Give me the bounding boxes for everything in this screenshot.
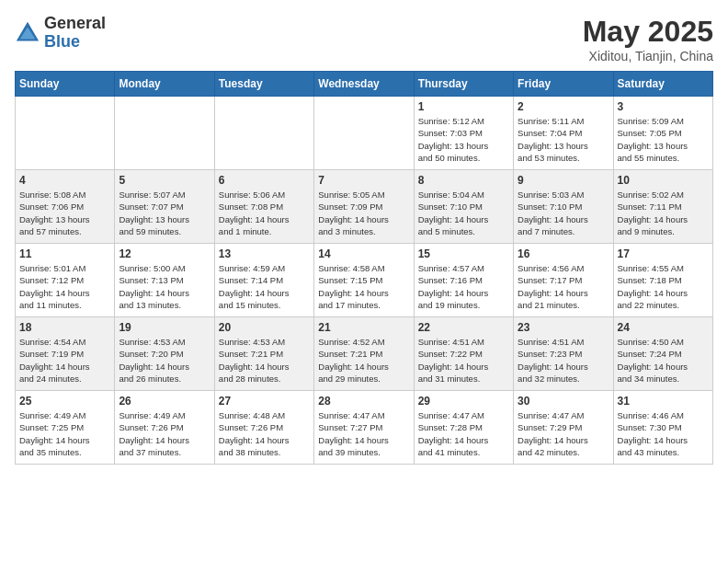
calendar-cell: 12Sunrise: 5:00 AM Sunset: 7:13 PM Dayli… — [115, 244, 214, 317]
calendar-cell: 28Sunrise: 4:47 AM Sunset: 7:27 PM Dayli… — [314, 391, 414, 465]
calendar-cell: 10Sunrise: 5:02 AM Sunset: 7:11 PM Dayli… — [613, 170, 712, 244]
calendar-cell: 29Sunrise: 4:47 AM Sunset: 7:28 PM Dayli… — [414, 391, 513, 465]
weekday-header-saturday: Saturday — [613, 72, 712, 97]
day-number: 26 — [119, 395, 210, 408]
calendar-cell: 3Sunrise: 5:09 AM Sunset: 7:05 PM Daylig… — [613, 97, 712, 170]
calendar-cell: 23Sunrise: 4:51 AM Sunset: 7:23 PM Dayli… — [514, 317, 613, 391]
day-info: Sunrise: 4:49 AM Sunset: 7:25 PM Dayligh… — [19, 409, 110, 458]
calendar-cell: 18Sunrise: 4:54 AM Sunset: 7:19 PM Dayli… — [16, 317, 115, 391]
day-info: Sunrise: 5:01 AM Sunset: 7:12 PM Dayligh… — [19, 262, 110, 311]
weekday-header-thursday: Thursday — [414, 72, 513, 97]
day-info: Sunrise: 4:46 AM Sunset: 7:30 PM Dayligh… — [618, 409, 709, 458]
day-number: 8 — [418, 174, 509, 187]
calendar-cell: 19Sunrise: 4:53 AM Sunset: 7:20 PM Dayli… — [115, 317, 214, 391]
weekday-header-monday: Monday — [115, 72, 214, 97]
day-info: Sunrise: 4:57 AM Sunset: 7:16 PM Dayligh… — [418, 262, 509, 311]
day-info: Sunrise: 4:51 AM Sunset: 7:23 PM Dayligh… — [518, 336, 609, 385]
day-info: Sunrise: 5:08 AM Sunset: 7:06 PM Dayligh… — [19, 189, 110, 237]
calendar-cell: 7Sunrise: 5:05 AM Sunset: 7:09 PM Daylig… — [314, 170, 414, 244]
day-info: Sunrise: 4:52 AM Sunset: 7:21 PM Dayligh… — [318, 336, 409, 385]
day-number: 25 — [19, 395, 110, 408]
title-block: May 2025 Xiditou, Tianjin, China — [583, 15, 713, 63]
day-number: 15 — [418, 247, 509, 260]
logo-general-text: General — [44, 14, 106, 32]
day-info: Sunrise: 5:05 AM Sunset: 7:09 PM Dayligh… — [318, 189, 409, 237]
month-title: May 2025 — [583, 15, 713, 49]
day-info: Sunrise: 4:59 AM Sunset: 7:14 PM Dayligh… — [219, 262, 310, 311]
calendar-table: SundayMondayTuesdayWednesdayThursdayFrid… — [15, 71, 713, 465]
calendar-cell: 8Sunrise: 5:04 AM Sunset: 7:10 PM Daylig… — [414, 170, 513, 244]
calendar-cell: 31Sunrise: 4:46 AM Sunset: 7:30 PM Dayli… — [613, 391, 712, 465]
day-number: 17 — [618, 247, 709, 260]
calendar-week-row: 25Sunrise: 4:49 AM Sunset: 7:25 PM Dayli… — [16, 391, 713, 465]
day-number: 10 — [618, 174, 709, 187]
calendar-cell: 13Sunrise: 4:59 AM Sunset: 7:14 PM Dayli… — [214, 244, 313, 317]
logo: General Blue — [15, 15, 106, 52]
calendar-cell: 30Sunrise: 4:47 AM Sunset: 7:29 PM Dayli… — [514, 391, 613, 465]
calendar-cell: 9Sunrise: 5:03 AM Sunset: 7:10 PM Daylig… — [514, 170, 613, 244]
day-info: Sunrise: 4:58 AM Sunset: 7:15 PM Dayligh… — [318, 262, 409, 311]
day-info: Sunrise: 4:53 AM Sunset: 7:20 PM Dayligh… — [119, 336, 210, 385]
weekday-header-wednesday: Wednesday — [314, 72, 414, 97]
weekday-header-sunday: Sunday — [16, 72, 115, 97]
day-number: 23 — [518, 321, 609, 334]
day-number: 13 — [219, 247, 310, 260]
calendar-cell: 20Sunrise: 4:53 AM Sunset: 7:21 PM Dayli… — [214, 317, 313, 391]
day-number: 31 — [618, 395, 709, 408]
calendar-cell — [115, 97, 214, 170]
logo-blue-text: Blue — [44, 32, 80, 51]
day-info: Sunrise: 4:54 AM Sunset: 7:19 PM Dayligh… — [19, 336, 110, 385]
day-info: Sunrise: 5:09 AM Sunset: 7:05 PM Dayligh… — [618, 115, 709, 164]
day-number: 24 — [618, 321, 709, 334]
location-text: Xiditou, Tianjin, China — [583, 49, 713, 63]
calendar-cell: 17Sunrise: 4:55 AM Sunset: 7:18 PM Dayli… — [613, 244, 712, 317]
day-info: Sunrise: 4:47 AM Sunset: 7:27 PM Dayligh… — [318, 409, 409, 458]
calendar-cell: 11Sunrise: 5:01 AM Sunset: 7:12 PM Dayli… — [16, 244, 115, 317]
calendar-cell: 4Sunrise: 5:08 AM Sunset: 7:06 PM Daylig… — [16, 170, 115, 244]
day-number: 30 — [518, 395, 609, 408]
calendar-week-row: 11Sunrise: 5:01 AM Sunset: 7:12 PM Dayli… — [16, 244, 713, 317]
day-number: 5 — [119, 174, 210, 187]
day-number: 3 — [618, 100, 709, 113]
day-info: Sunrise: 4:47 AM Sunset: 7:29 PM Dayligh… — [518, 409, 609, 458]
calendar-cell: 5Sunrise: 5:07 AM Sunset: 7:07 PM Daylig… — [115, 170, 214, 244]
day-number: 16 — [518, 247, 609, 260]
calendar-week-row: 1Sunrise: 5:12 AM Sunset: 7:03 PM Daylig… — [16, 97, 713, 170]
day-info: Sunrise: 4:50 AM Sunset: 7:24 PM Dayligh… — [618, 336, 709, 385]
day-info: Sunrise: 4:55 AM Sunset: 7:18 PM Dayligh… — [618, 262, 709, 311]
day-info: Sunrise: 5:02 AM Sunset: 7:11 PM Dayligh… — [618, 189, 709, 237]
day-number: 7 — [318, 174, 409, 187]
weekday-header-friday: Friday — [514, 72, 613, 97]
day-number: 1 — [418, 100, 509, 113]
day-number: 6 — [219, 174, 310, 187]
day-info: Sunrise: 4:47 AM Sunset: 7:28 PM Dayligh… — [418, 409, 509, 458]
calendar-cell: 21Sunrise: 4:52 AM Sunset: 7:21 PM Dayli… — [314, 317, 414, 391]
calendar-cell — [214, 97, 313, 170]
day-number: 9 — [518, 174, 609, 187]
calendar-cell: 1Sunrise: 5:12 AM Sunset: 7:03 PM Daylig… — [414, 97, 513, 170]
calendar-cell: 14Sunrise: 4:58 AM Sunset: 7:15 PM Dayli… — [314, 244, 414, 317]
day-number: 11 — [19, 247, 110, 260]
day-number: 20 — [219, 321, 310, 334]
day-number: 14 — [318, 247, 409, 260]
calendar-cell: 27Sunrise: 4:48 AM Sunset: 7:26 PM Dayli… — [214, 391, 313, 465]
calendar-cell — [314, 97, 414, 170]
page-header: General Blue May 2025 Xiditou, Tianjin, … — [15, 15, 713, 63]
calendar-cell: 26Sunrise: 4:49 AM Sunset: 7:26 PM Dayli… — [115, 391, 214, 465]
day-number: 27 — [219, 395, 310, 408]
calendar-cell: 6Sunrise: 5:06 AM Sunset: 7:08 PM Daylig… — [214, 170, 313, 244]
day-info: Sunrise: 4:49 AM Sunset: 7:26 PM Dayligh… — [119, 409, 210, 458]
calendar-cell: 24Sunrise: 4:50 AM Sunset: 7:24 PM Dayli… — [613, 317, 712, 391]
weekday-header-row: SundayMondayTuesdayWednesdayThursdayFrid… — [16, 72, 713, 97]
day-info: Sunrise: 5:00 AM Sunset: 7:13 PM Dayligh… — [119, 262, 210, 311]
calendar-week-row: 4Sunrise: 5:08 AM Sunset: 7:06 PM Daylig… — [16, 170, 713, 244]
day-info: Sunrise: 4:51 AM Sunset: 7:22 PM Dayligh… — [418, 336, 509, 385]
calendar-cell: 22Sunrise: 4:51 AM Sunset: 7:22 PM Dayli… — [414, 317, 513, 391]
day-info: Sunrise: 5:06 AM Sunset: 7:08 PM Dayligh… — [219, 189, 310, 237]
day-number: 28 — [318, 395, 409, 408]
logo-icon — [15, 20, 40, 46]
day-number: 4 — [19, 174, 110, 187]
calendar-cell: 15Sunrise: 4:57 AM Sunset: 7:16 PM Dayli… — [414, 244, 513, 317]
day-info: Sunrise: 4:48 AM Sunset: 7:26 PM Dayligh… — [219, 409, 310, 458]
day-info: Sunrise: 5:12 AM Sunset: 7:03 PM Dayligh… — [418, 115, 509, 164]
